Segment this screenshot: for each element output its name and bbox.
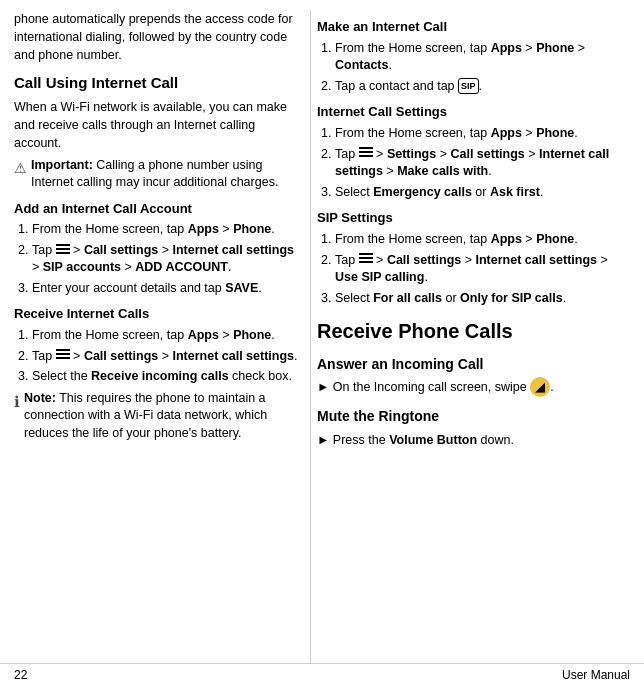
add-step-1: From the Home screen, tap Apps > Phone. (32, 221, 300, 239)
sip-settings-heading: SIP Settings (317, 209, 630, 228)
make-step-2: Tap a contact and tap SIP. (335, 78, 630, 96)
mute-ringtone-step: ► Press the Volume Button down. (317, 431, 630, 449)
swipe-circle-icon: ◢ (530, 377, 550, 397)
call-internet-desc: When a Wi-Fi network is available, you c… (14, 98, 300, 152)
receive-step-3: Select the Receive incoming calls check … (32, 368, 300, 386)
sip-step-2: Tap > Call settings > Internet call sett… (335, 252, 630, 287)
ics-step-3: Select Emergency calls or Ask first. (335, 184, 630, 202)
add-account-steps: From the Home screen, tap Apps > Phone. … (32, 221, 300, 297)
note-icon: ℹ (14, 391, 20, 413)
sip-step-3: Select For all calls or Only for SIP cal… (335, 290, 630, 308)
answer-incoming-heading: Answer an Incoming Call (317, 354, 630, 374)
intro-text: phone automatically prepends the access … (14, 10, 300, 64)
add-step-2: Tap > Call settings > Internet call sett… (32, 242, 300, 277)
make-internet-call-steps: From the Home screen, tap Apps > Phone >… (335, 40, 630, 96)
internet-call-settings-heading: Internet Call Settings (317, 103, 630, 122)
receive-step-2: Tap > Call settings > Internet call sett… (32, 348, 300, 366)
internet-call-settings-steps: From the Home screen, tap Apps > Phone. … (335, 125, 630, 201)
footer: 22 User Manual (0, 663, 644, 686)
menu-icon-4 (359, 253, 373, 265)
sip-icon: SIP (458, 78, 479, 94)
important-block: ⚠ Important: Calling a phone number usin… (14, 157, 300, 192)
menu-icon (56, 244, 70, 256)
add-account-heading: Add an Internet Call Account (14, 200, 300, 219)
receive-step-1: From the Home screen, tap Apps > Phone. (32, 327, 300, 345)
left-column: phone automatically prepends the access … (0, 10, 310, 663)
page-number: 22 (14, 668, 27, 682)
note-label: Note: (24, 391, 56, 405)
ics-step-1: From the Home screen, tap Apps > Phone. (335, 125, 630, 143)
receive-internet-steps: From the Home screen, tap Apps > Phone. … (32, 327, 300, 386)
important-label: Important: (31, 158, 93, 172)
mute-ringtone-heading: Mute the Ringtone (317, 406, 630, 426)
right-column: Make an Internet Call From the Home scre… (310, 10, 644, 663)
user-manual-label: User Manual (562, 668, 630, 682)
answer-incoming-step: ► On the Incoming call screen, swipe ◢. (317, 378, 630, 398)
receive-note: ℹ Note: This requires the phone to maint… (14, 390, 300, 443)
note-body: This requires the phone to maintain a co… (24, 391, 267, 440)
sip-step-1: From the Home screen, tap Apps > Phone. (335, 231, 630, 249)
make-step-1: From the Home screen, tap Apps > Phone >… (335, 40, 630, 75)
receive-internet-heading: Receive Internet Calls (14, 305, 300, 324)
sip-settings-steps: From the Home screen, tap Apps > Phone. … (335, 231, 630, 307)
add-step-3: Enter your account details and tap SAVE. (32, 280, 300, 298)
make-internet-call-heading: Make an Internet Call (317, 18, 630, 37)
important-text: Important: Calling a phone number using … (31, 157, 300, 192)
note-text: Note: This requires the phone to maintai… (24, 390, 300, 443)
ics-step-2: Tap > Settings > Call settings > Interne… (335, 146, 630, 181)
menu-icon-2 (56, 349, 70, 361)
important-icon: ⚠ (14, 158, 27, 178)
menu-icon-3 (359, 147, 373, 159)
content-area: phone automatically prepends the access … (0, 0, 644, 663)
receive-phone-calls-heading: Receive Phone Calls (317, 317, 630, 346)
page: phone automatically prepends the access … (0, 0, 644, 686)
call-internet-heading: Call Using Internet Call (14, 72, 300, 94)
